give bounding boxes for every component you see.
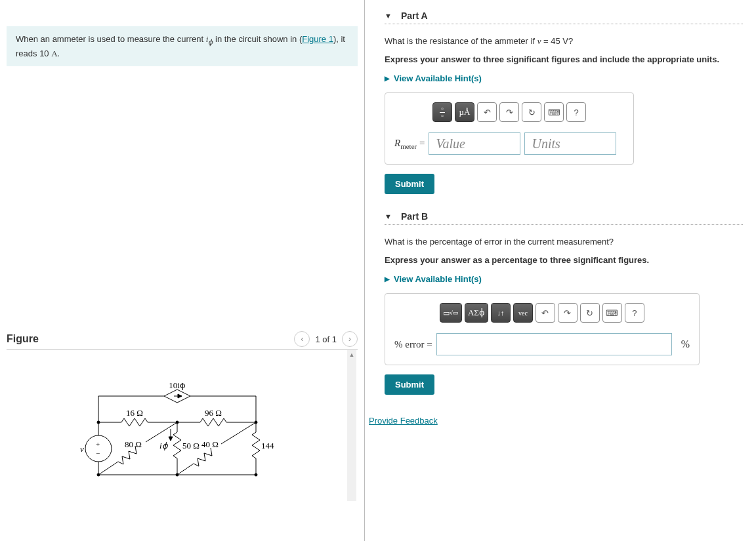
label-iphi: iϕ [159,441,169,451]
fraction-button[interactable]: ▫▫ [432,102,452,122]
part-a-hints-toggle[interactable]: ▶ View Available Hint(s) [385,73,743,83]
part-a-answer-area: ▫▫ µÅ ↶ ↷ ↻ ⌨ ? Rmeter = Value Units [385,92,634,165]
part-b-header[interactable]: ▼ Part B [385,211,743,225]
scroll-up-icon[interactable]: ▲ [348,351,356,359]
figure-nav-label: 1 of 1 [315,334,337,344]
svg-text:−: − [96,449,100,457]
undo-button[interactable]: ↶ [477,102,497,122]
answer-label-error: % error = [394,339,432,350]
label-r4: 50 Ω [182,441,200,451]
svg-point-24 [176,421,178,424]
units-input[interactable]: Units [524,132,616,155]
label-r5: 40 Ω [201,439,219,449]
help-button[interactable]: ? [566,102,586,122]
svg-line-21 [177,464,194,475]
units-button[interactable]: µÅ [455,102,474,122]
label-r6: 144 Ω [261,441,276,451]
svg-point-26 [97,473,100,476]
problem-text: When an ammeter is used to measure the c… [16,34,206,44]
provide-feedback-link[interactable]: Provide Feedback [369,416,438,426]
redo-button[interactable]: ↷ [558,303,578,323]
unit-A: A [51,49,57,58]
percent-suffix: % [676,338,690,350]
part-a-question: What is the resistance of the ammeter if… [385,35,743,48]
problem-statement: When an ammeter is used to measure the c… [7,26,358,66]
label-top: 10iϕ [169,383,186,390]
svg-line-20 [146,422,177,442]
subscript-button[interactable]: ↓↑ [491,303,511,323]
figure-link[interactable]: Figure 1 [302,34,333,44]
collapse-icon: ▼ [385,212,392,220]
label-r2: 96 Ω [205,408,222,418]
label-r1: 16 Ω [126,408,143,418]
collapse-icon: ▼ [385,12,392,20]
redo-button[interactable]: ↷ [499,102,519,122]
part-a-header[interactable]: ▼ Part A [385,10,743,24]
svg-line-22 [221,422,256,444]
svg-marker-30 [169,437,173,441]
svg-line-19 [98,462,118,475]
problem-end: . [58,49,60,58]
svg-text:+: + [96,440,100,448]
keyboard-button[interactable]: ⌨ [544,102,564,122]
vector-button[interactable]: vec [513,303,533,323]
problem-text-mid: in the circuit shown in ( [213,34,302,44]
label-v: v [80,444,84,454]
part-a-title: Part A [401,10,428,21]
label-r3: 80 Ω [125,439,142,449]
value-input[interactable]: Value [429,132,520,155]
svg-point-28 [255,473,257,476]
help-button[interactable]: ? [625,303,644,323]
part-b-submit-button[interactable]: Submit [385,374,434,395]
template-button[interactable]: ▭√▭ [440,303,462,323]
expand-icon: ▶ [385,75,390,82]
figure-prev-button[interactable]: ‹ [294,331,310,347]
circuit-diagram: 10iϕ 16 Ω 96 Ω 80 Ω 50 Ω 40 Ω 144 Ω iϕ v… [7,350,347,494]
part-b-instruction: Express your answer as a percentage to t… [385,254,743,267]
greek-button[interactable]: ΑΣϕ [465,303,488,323]
keyboard-button[interactable]: ⌨ [602,303,622,323]
part-b-title: Part B [401,211,428,222]
svg-point-25 [255,421,257,424]
undo-button[interactable]: ↶ [536,303,555,323]
expand-icon: ▶ [385,275,390,283]
reset-button[interactable]: ↻ [580,303,600,323]
part-a-instruction: Express your answer to three significant… [385,53,743,66]
svg-point-27 [176,473,178,476]
part-b-hints-toggle[interactable]: ▶ View Available Hint(s) [385,274,743,284]
svg-marker-3 [178,394,182,398]
part-b-question: What is the percentage of error in the c… [385,235,743,249]
figure-next-button[interactable]: › [342,331,358,347]
part-a-submit-button[interactable]: Submit [385,174,434,194]
svg-point-23 [97,421,100,424]
part-b-answer-area: ▭√▭ ΑΣϕ ↓↑ vec ↶ ↷ ↻ ⌨ ? % error = % [385,293,700,365]
answer-label-rmeter: Rmeter = [394,138,425,150]
figure-title: Figure [7,333,39,345]
figure-nav: ‹ 1 of 1 › [294,331,358,347]
percent-error-input[interactable] [436,333,672,355]
svg-point-16 [85,435,112,462]
reset-button[interactable]: ↻ [522,102,541,122]
